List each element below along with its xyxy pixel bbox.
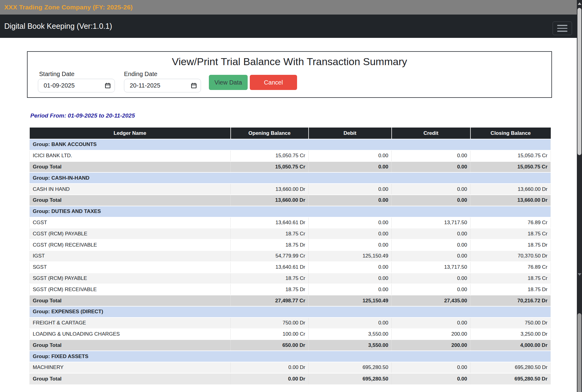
closing-cell: 18.75 Cr [470,273,551,284]
credit-cell: 0.00 [392,239,470,251]
ledger-row: CGST (RCM) PAYABLE18.75 Cr0.000.0018.75 … [30,228,551,239]
scrollbar-thumb-secondary[interactable] [577,313,581,392]
ledger-name-cell: CASH IN HAND [30,184,231,195]
credit-cell: 0.00 [392,228,470,239]
scrollbar-thumb[interactable] [577,8,581,155]
closing-cell: 3,250.00 Dr [470,329,551,340]
ledger-name-cell: MACHINERY [30,362,231,373]
opening-cell: 18.75 Cr [231,228,309,239]
debit-cell: 0.00 [309,273,392,284]
ledger-row: SGST13,640.61 Dr0.0013,717.5076.89 Cr [30,262,551,273]
debit-cell: 0.00 [309,150,392,161]
scrollbar-up-arrow-icon[interactable] [578,2,581,5]
ledger-name-cell: SGST (RCM) RECEIVABLE [30,284,231,295]
closing-cell: 18.75 Cr [470,228,551,239]
app-title: Digital Book Keeping (Ver:1.0.1) [4,22,112,31]
ledger-name-cell: ICICI BANK LTD. [30,150,231,161]
ledger-row: SGST (RCM) RECEIVABLE18.75 Dr0.000.0018.… [30,284,551,295]
closing-cell: 15,050.75 Cr [470,161,551,173]
cancel-button[interactable]: Cancel [250,75,297,90]
opening-cell: 15,050.75 Cr [231,150,309,161]
ledger-row: CGST13,640.61 Dr0.0013,717.5076.89 Cr [30,217,551,228]
menu-toggle-button[interactable] [553,22,572,35]
group-header-row: Group: DUTIES AND TAXES [30,206,551,217]
closing-cell: 76.89 Cr [470,217,551,228]
closing-cell: 18.75 Dr [470,239,551,251]
starting-date-label: Starting Date [39,71,75,78]
ending-date-field [124,79,201,92]
table-body: Group: BANK ACCOUNTSICICI BANK LTD.15,05… [30,139,551,384]
credit-cell: 0.00 [392,373,470,384]
credit-cell: 200.00 [392,340,470,351]
opening-cell: 100.00 Cr [231,329,309,340]
page-title: View/Print Trial Balance With Transactio… [28,56,551,68]
opening-cell: 750.00 Dr [231,317,309,329]
view-data-button[interactable]: View Data [209,75,248,90]
opening-cell: 13,660.00 Dr [231,184,309,195]
table-header: Ledger NameOpening BalanceDebitCreditClo… [30,128,551,139]
opening-cell: 18.75 Dr [231,239,309,251]
debit-cell: 0.00 [309,239,392,251]
screen: XXX Trading Zone Company (FY: 2025-26) D… [0,0,582,392]
credit-cell: 13,717.50 [392,217,470,228]
debit-cell: 0.00 [309,228,392,239]
opening-cell: 18.75 Cr [231,273,309,284]
group-label: Group: EXPENSES (DIRECT) [30,306,551,317]
group-header-row: Group: CASH-IN-HAND [30,172,551,184]
trial-balance-table: Ledger NameOpening BalanceDebitCreditClo… [29,128,551,384]
debit-cell: 3,550.00 [309,329,392,340]
ledger-name-cell: Group Total [30,161,231,173]
closing-cell: 750.00 Dr [470,317,551,329]
ledger-name-cell: Group Total [30,195,231,206]
credit-cell: 0.00 [392,150,470,161]
ledger-name-cell: LOADING & UNLOADING CHARGES [30,329,231,340]
credit-cell: 0.00 [392,251,470,262]
ledger-row: SGST (RCM) PAYABLE18.75 Cr0.000.0018.75 … [30,273,551,284]
debit-cell: 0.00 [309,184,392,195]
column-header: Ledger Name [30,128,231,139]
ledger-row: MACHINERY0.00 Dr695,280.500.00695,280.50… [30,362,551,373]
app-navbar: Digital Book Keeping (Ver:1.0.1) [0,15,582,38]
credit-cell: 200.00 [392,329,470,340]
scrollbar-down-arrow-icon[interactable] [578,273,581,276]
credit-cell: 0.00 [392,184,470,195]
closing-cell: 70,370.50 Dr [470,251,551,262]
group-total-row: Group Total15,050.75 Cr0.000.0015,050.75… [30,161,551,173]
debit-cell: 695,280.50 [309,373,392,384]
ledger-name-cell: Group Total [30,340,231,351]
ledger-name-cell: SGST (RCM) PAYABLE [30,273,231,284]
opening-cell: 27,498.77 Cr [231,295,309,306]
company-bar: XXX Trading Zone Company (FY: 2025-26) [0,0,582,15]
opening-cell: 0.00 Dr [231,373,309,384]
opening-cell: 54,779.99 Cr [231,251,309,262]
hamburger-icon [557,25,567,26]
debit-cell: 0.00 [309,262,392,273]
ending-date-input[interactable] [124,79,201,92]
ledger-row: ICICI BANK LTD.15,050.75 Cr0.000.0015,05… [30,150,551,161]
ledger-name-cell: FREIGHT & CARTAGE [30,317,231,329]
group-header-row: Group: BANK ACCOUNTS [30,139,551,150]
debit-cell: 695,280.50 [309,362,392,373]
closing-cell: 76.89 Cr [470,262,551,273]
closing-cell: 13,660.00 Dr [470,195,551,206]
company-title: XXX Trading Zone Company (FY: 2025-26) [4,4,133,11]
credit-cell: 0.00 [392,195,470,206]
vertical-scrollbar[interactable] [577,0,582,392]
closing-cell: 70,216.72 Dr [470,295,551,306]
opening-cell: 15,050.75 Cr [231,161,309,173]
opening-cell: 13,640.61 Dr [231,262,309,273]
debit-cell: 3,550.00 [309,340,392,351]
group-total-row: Group Total27,498.77 Cr125,150.4927,435.… [30,295,551,306]
opening-cell: 18.75 Dr [231,284,309,295]
closing-cell: 13,660.00 Dr [470,184,551,195]
ledger-name-cell: CGST (RCM) RECEIVABLE [30,239,231,251]
debit-cell: 125,150.49 [309,295,392,306]
group-header-row: Group: EXPENSES (DIRECT) [30,306,551,317]
debit-cell: 0.00 [309,284,392,295]
ledger-row: CASH IN HAND13,660.00 Dr0.000.0013,660.0… [30,184,551,195]
closing-cell: 18.75 Dr [470,284,551,295]
ledger-name-cell: Group Total [30,373,231,384]
ledger-row: IGST54,779.99 Cr125,150.490.0070,370.50 … [30,251,551,262]
starting-date-input[interactable] [38,79,115,92]
column-header: Opening Balance [231,128,309,139]
